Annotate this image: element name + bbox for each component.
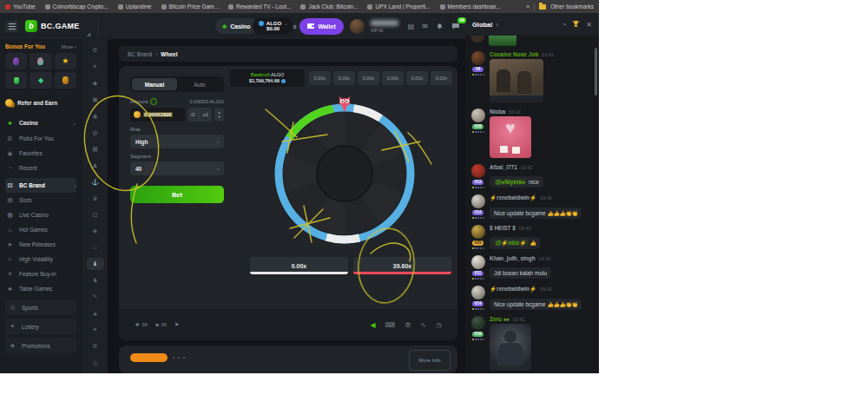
rail-game-icon[interactable]: ◎ bbox=[87, 357, 104, 369]
sidebar-item[interactable]: ➤ New Releases bbox=[5, 237, 76, 252]
bonus-tile-purple-egg[interactable] bbox=[5, 53, 27, 69]
amount-input[interactable]: 0.00063898 bbox=[130, 108, 185, 122]
sidebar-item-refer-and-earn[interactable]: Refer and Earn bbox=[5, 94, 76, 111]
favorite-button[interactable]: ★38 bbox=[135, 321, 148, 328]
chat-toggle-icon[interactable]: 99 bbox=[451, 23, 460, 30]
history-multiplier-button[interactable]: 0.00x bbox=[309, 71, 331, 85]
avatar[interactable] bbox=[471, 51, 485, 65]
chat-mention[interactable]: @●Niyera● bbox=[494, 179, 527, 185]
info-icon[interactable]: i bbox=[150, 98, 157, 105]
sound-toggle-icon[interactable]: ◀ bbox=[370, 321, 375, 329]
avatar[interactable] bbox=[471, 286, 485, 300]
bonus-more-link[interactable]: More › bbox=[62, 44, 76, 49]
rail-game-icon[interactable]: ◉ bbox=[87, 110, 104, 122]
bookmark-item[interactable]: Rewarded TV - Loot... bbox=[228, 3, 291, 10]
bookmark-item[interactable]: Jack Club: Bitcoin... bbox=[300, 3, 358, 10]
double-amount-button[interactable]: x2 bbox=[200, 112, 212, 117]
chat-channel-title[interactable]: Global bbox=[472, 21, 492, 29]
rail-game-icon[interactable]: ♝ bbox=[87, 258, 104, 270]
rail-game-icon[interactable]: ▣ bbox=[87, 94, 104, 106]
bookmarks-overflow-chevron[interactable]: » bbox=[526, 3, 529, 10]
fairness-icon[interactable]: ⚙ bbox=[404, 321, 411, 329]
rail-game-icon[interactable]: ♨ bbox=[87, 241, 104, 253]
chat-scrollbar[interactable] bbox=[595, 48, 597, 95]
avatar[interactable] bbox=[471, 225, 485, 239]
wallet-button[interactable]: Wallet bbox=[299, 18, 343, 35]
sidebar-item[interactable]: ◎ Sports bbox=[5, 300, 76, 315]
sidebar-item[interactable]: ▤ Slots bbox=[5, 193, 76, 207]
avatar[interactable] bbox=[471, 316, 485, 330]
chat-username[interactable]: Afzal_l771 bbox=[490, 164, 517, 170]
tab-auto[interactable]: Auto bbox=[177, 78, 222, 90]
chat-image-person[interactable] bbox=[490, 324, 531, 371]
sidebar-item[interactable]: ✶ Feature Buy-in bbox=[5, 267, 76, 281]
sidebar-item-casino[interactable]: ♣ Casino ⌄ bbox=[5, 115, 76, 131]
result-tile-white[interactable]: 0.00x bbox=[250, 257, 348, 274]
tab-manual[interactable]: Manual bbox=[132, 78, 177, 90]
sidebar-item[interactable]: ▦ Live Casino bbox=[5, 207, 76, 222]
rail-game-icon[interactable]: ⚙ bbox=[87, 44, 104, 56]
chat-username[interactable]: Zero ♠♠ bbox=[490, 316, 510, 322]
hotkeys-icon[interactable]: ⌨ bbox=[385, 321, 396, 329]
result-tile-red[interactable]: 39.60x bbox=[353, 257, 451, 274]
chat-username[interactable]: Cocaine Nose Job bbox=[490, 51, 538, 57]
live-stats-icon[interactable]: ∿ bbox=[420, 321, 426, 329]
chat-username[interactable]: $ HEIST $ bbox=[490, 225, 516, 231]
mail-icon[interactable]: ✉ bbox=[422, 23, 428, 30]
segment-select[interactable]: 40 › bbox=[130, 161, 224, 175]
user-info[interactable]: VIP 42 bbox=[371, 20, 398, 33]
sidebar-item[interactable]: ♨ Hot Games bbox=[5, 222, 76, 237]
balance-selector[interactable]: ALGO ⌄ $0.00 bbox=[253, 17, 294, 35]
bookmark-item[interactable]: Coinorbiscap Crypto... bbox=[45, 3, 108, 10]
stepper-down-icon[interactable]: ▼ bbox=[218, 115, 221, 119]
bookmark-item[interactable]: Members dashboar... bbox=[440, 3, 501, 10]
rail-game-icon[interactable]: ♟ bbox=[87, 160, 104, 172]
rail-game-icon[interactable]: ◈ bbox=[87, 225, 104, 237]
rakeback-icon[interactable]: ▤ bbox=[408, 23, 415, 30]
other-bookmarks-label[interactable]: Other bookmarks bbox=[550, 3, 594, 10]
rail-game-icon[interactable]: ⚀ bbox=[87, 209, 104, 221]
avatar[interactable] bbox=[471, 164, 485, 178]
game-history-icon[interactable]: ◷ bbox=[436, 321, 442, 329]
hamburger-menu-button[interactable] bbox=[5, 21, 18, 32]
bookmark-item[interactable]: Uplandme bbox=[118, 3, 152, 10]
bonus-tile-potion[interactable] bbox=[5, 72, 27, 89]
rail-game-icon[interactable]: ▦ bbox=[87, 143, 104, 155]
avatar[interactable] bbox=[471, 194, 485, 208]
rail-game-icon[interactable]: ✦ bbox=[87, 324, 104, 336]
bcgame-logo[interactable]: b BC.GAME bbox=[25, 20, 80, 32]
close-icon[interactable]: ✕ bbox=[586, 21, 592, 29]
avatar[interactable] bbox=[471, 255, 485, 269]
stepper-up-icon[interactable]: ▲ bbox=[218, 111, 221, 115]
sidebar-item-bc-brand[interactable]: ⚄ BC Brand › bbox=[5, 178, 76, 193]
rail-game-icon[interactable]: ◍ bbox=[87, 127, 104, 139]
history-multiplier-button[interactable]: 0.00x bbox=[406, 71, 428, 85]
bonus-tile-gem[interactable]: ◆ bbox=[30, 72, 51, 89]
half-amount-button[interactable]: /2 bbox=[187, 112, 199, 117]
sidebar-item[interactable]: ⊞ Picks For You bbox=[5, 131, 76, 146]
chat-mention[interactable]: @⚡nice⚡ bbox=[494, 240, 529, 246]
bookmark-item[interactable]: Bitcoin Price Gam... bbox=[161, 3, 219, 10]
notifications-bell-icon[interactable] bbox=[436, 23, 444, 30]
chat-username[interactable]: ⚡renebaldwin⚡ bbox=[490, 286, 536, 293]
tab-casino[interactable]: ♣ Casino bbox=[215, 18, 258, 34]
sidebar-item[interactable]: ≈ High Volatility bbox=[5, 252, 76, 267]
chat-username[interactable]: Khan_juth_singh bbox=[490, 255, 536, 261]
more-info-button[interactable]: More Info bbox=[409, 350, 450, 371]
rail-game-icon[interactable]: ◆ bbox=[87, 77, 104, 89]
trophy-icon[interactable] bbox=[572, 20, 580, 30]
chat-username[interactable]: ⚡renebaldwin⚡ bbox=[490, 194, 536, 201]
bet-button[interactable]: Bet bbox=[130, 186, 224, 203]
bonus-tile-color-egg[interactable] bbox=[30, 53, 51, 69]
chat-image-meme[interactable] bbox=[490, 59, 543, 102]
bookmark-item[interactable]: YouTube bbox=[5, 3, 36, 10]
bonus-tile-urn[interactable] bbox=[55, 72, 76, 89]
sidebar-item[interactable]: ✦ Lottery bbox=[5, 319, 76, 334]
history-multiplier-button[interactable]: 0.00x bbox=[431, 71, 452, 85]
rail-game-icon[interactable]: ♣ bbox=[87, 307, 104, 319]
risk-select[interactable]: High › bbox=[130, 135, 224, 148]
amount-stepper[interactable]: ▲ ▼ bbox=[214, 108, 224, 122]
rail-game-icon[interactable]: ✎ bbox=[87, 291, 104, 303]
sidebar-item[interactable]: ◔ Recent bbox=[5, 161, 76, 175]
sidebar-item[interactable]: ♣ Table Games bbox=[5, 281, 76, 296]
